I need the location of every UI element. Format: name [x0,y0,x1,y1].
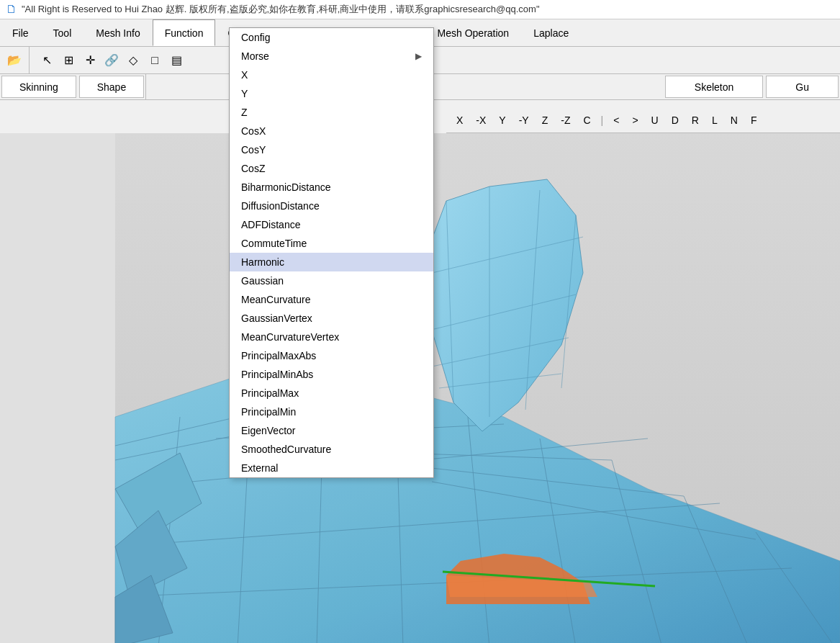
dropdown-item-y[interactable]: Y [230,84,433,103]
dropdown-item-external[interactable]: External [230,459,433,477]
dropdown-item-commute[interactable]: CommuteTime [230,234,433,253]
menu-item-mesh-operation[interactable]: Mesh Operation [425,19,522,46]
axis-r[interactable]: R [687,113,703,127]
dropdown-item-principalmaxabs[interactable]: PrincipalMaxAbs [230,346,433,365]
dropdown-label-principalmin: PrincipalMin [241,406,296,418]
dropdown-label-meancurvaturevertex: MeanCurvatureVertex [241,331,339,343]
toolbar-move-btn[interactable]: ✛ [80,51,100,70]
toolbar-grid-btn[interactable]: ⊞ [58,51,78,70]
dropdown-item-x[interactable]: X [230,66,433,84]
dropdown-label-cosz: CosZ [241,163,265,174]
axis-l[interactable]: L [708,113,722,127]
dropdown-label-gaussian: Gaussian [241,275,284,287]
dropdown-label-meancurvature: MeanCurvature [241,294,311,305]
dropdown-label-eigenvector: EigenVector [241,425,296,436]
skeleton-button[interactable]: Skeleton [665,76,763,98]
menu-item-function[interactable]: Function [153,19,216,46]
gu-button[interactable]: Gu [766,76,839,98]
axis-prev[interactable]: < [609,113,623,127]
dropdown-label-harmonic: Harmonic [241,256,284,268]
dropdown-label-morse: Morse [241,50,269,62]
toolbar-group1: 📂 [0,47,30,73]
dropdown-label-principalmax: PrincipalMax [241,387,299,399]
axis-f[interactable]: F [746,113,762,127]
axis-c[interactable]: C [579,113,595,127]
axis-x[interactable]: X [452,113,467,127]
dropdown-item-principalmin[interactable]: PrincipalMin [230,403,433,421]
axis-u[interactable]: U [647,113,663,127]
axis-bar: X -X Y -Y Z -Z C | < > U D R L N F [446,107,840,133]
dropdown-label-adf: ADFDistance [241,219,300,230]
dropdown-label-external: External [241,462,278,474]
toolbar-group2: ↖ ⊞ ✛ 🔗 ◇ □ ▤ [32,47,191,73]
menu-item-tool[interactable]: Tool [41,19,84,46]
axis-n[interactable]: N [726,113,742,127]
menu-item-file[interactable]: File [0,19,41,46]
menu-item-mesh-info[interactable]: Mesh Info [83,19,152,46]
dropdown-item-z[interactable]: Z [230,103,433,122]
dropdown-item-config[interactable]: Config [230,28,433,47]
dropdown-label-y: Y [241,88,248,99]
dropdown-label-smoothedcurvature: SmoothedCurvature [241,444,331,455]
dropdown-label-commute: CommuteTime [241,238,307,249]
dropdown-item-biharmonic[interactable]: BiharmonicDistance [230,178,433,197]
dropdown-item-principalminabs[interactable]: PrincipalMinAbs [230,365,433,384]
dropdown-item-principalmax[interactable]: PrincipalMax [230,384,433,403]
skinning-button[interactable]: Skinning [1,76,76,98]
copyright-text: "All Right is Reserved to Hui Zhao 赵辉. 版… [22,3,540,16]
dropdown-item-adf[interactable]: ADFDistance [230,215,433,234]
function-dropdown: ConfigMorse▶XYZCosXCosYCosZBiharmonicDis… [229,27,434,478]
dropdown-item-smoothedcurvature[interactable]: SmoothedCurvature [230,440,433,459]
dropdown-item-harmonic[interactable]: Harmonic [230,253,433,271]
dropdown-label-config: Config [241,32,270,43]
dropdown-label-principalmaxabs: PrincipalMaxAbs [241,350,316,361]
dropdown-item-morse[interactable]: Morse▶ [230,47,433,66]
dropdown-label-x: X [241,69,248,81]
dropdown-item-cosz[interactable]: CosZ [230,159,433,178]
svg-rect-1 [0,133,115,643]
dropdown-label-gaussianvertex: GaussianVertex [241,312,312,324]
toolbar-shape1-btn[interactable]: ◇ [123,51,143,70]
axis-neg-x[interactable]: -X [471,113,490,127]
axis-d[interactable]: D [667,113,683,127]
axis-sep1: | [601,114,604,126]
toolbar-open-btn[interactable]: 📂 [4,51,24,70]
axis-next[interactable]: > [628,113,642,127]
toolbar-link-btn[interactable]: 🔗 [101,51,122,70]
dropdown-label-diffusion: DiffusionDistance [241,200,320,212]
dropdown-label-principalminabs: PrincipalMinAbs [241,369,313,380]
menu-item-laplace[interactable]: Laplace [521,19,581,46]
dropdown-item-cosx[interactable]: CosX [230,122,433,140]
dropdown-label-z: Z [241,107,248,118]
dropdown-item-gaussianvertex[interactable]: GaussianVertex [230,309,433,328]
axis-z[interactable]: Z [538,113,553,127]
toolbar-shape2-btn[interactable]: □ [145,51,165,70]
dropdown-arrow-morse: ▶ [415,51,422,61]
dropdown-label-cosy: CosY [241,144,266,156]
axis-neg-z[interactable]: -Z [556,113,574,127]
dropdown-item-diffusion[interactable]: DiffusionDistance [230,197,433,215]
dropdown-item-meancurvature[interactable]: MeanCurvature [230,290,433,309]
axis-neg-y[interactable]: -Y [515,113,533,127]
copyright-bar: 🗋 "All Right is Reserved to Hui Zhao 赵辉.… [0,0,840,19]
dropdown-item-eigenvector[interactable]: EigenVector [230,421,433,440]
axis-y[interactable]: Y [494,113,510,127]
dropdown-label-biharmonic: BiharmonicDistance [241,181,331,193]
dropdown-label-cosx: CosX [241,125,266,137]
dropdown-item-cosy[interactable]: CosY [230,140,433,159]
dropdown-item-gaussian[interactable]: Gaussian [230,271,433,290]
doc-icon: 🗋 [6,3,17,16]
toolbar-layers-btn[interactable]: ▤ [166,51,186,70]
toolbar-select-btn[interactable]: ↖ [37,51,57,70]
shape-button[interactable]: Shape [79,76,144,98]
dropdown-item-meancurvaturevertex[interactable]: MeanCurvatureVertex [230,328,433,346]
